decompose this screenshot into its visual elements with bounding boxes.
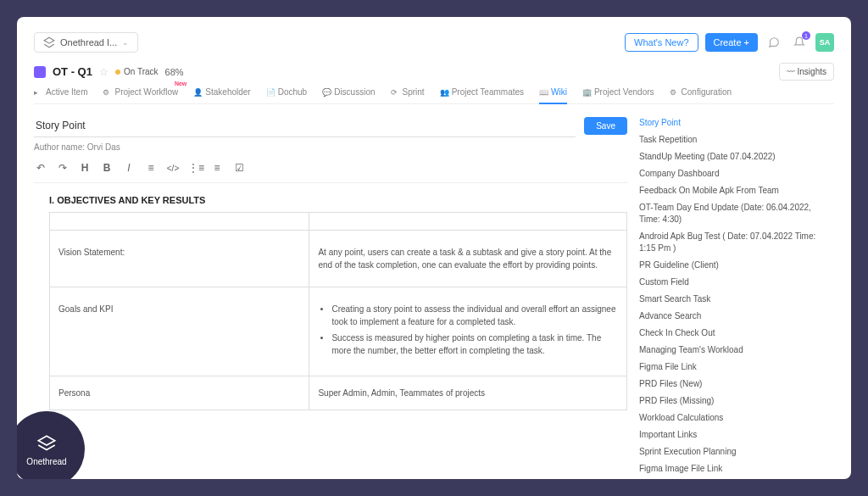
top-right: What's New? Create + 1 SA [625,33,834,52]
tab-label: Dochub [278,87,307,97]
app-window: Onethread I... ⌄ What's New? Create + 1 … [17,17,851,479]
sidebar-item[interactable]: Workload Calculations [639,410,834,426]
tab-icon: ⚙ [103,88,111,97]
table-row: Vision Statement: At any point, users ca… [50,231,627,287]
code-icon[interactable]: </> [166,164,180,173]
tab-label: Stakeholder [205,87,250,97]
sidebar-item[interactable]: StandUp Meeting (Date 07.04.2022) [639,148,834,165]
sidebar-item[interactable]: Smart Search Task [639,291,834,308]
sidebar-item[interactable]: Story Point [639,114,834,131]
chevron-down-icon: ⌄ [122,38,129,47]
table-empty-row [50,213,627,231]
status-dot-icon [115,70,120,75]
create-button[interactable]: Create + [705,33,759,52]
tab-icon: ⚙ [670,88,678,97]
author-name: Orvi Das [87,142,120,152]
sidebar-item[interactable]: PRD Files (New) [639,376,834,393]
insights-icon: 〰 [787,67,795,76]
editor-toolbar: ↶ ↷ H B I ≡ </> ⋮≡ ≡ ☑ [34,159,627,183]
tab-label: Wiki [551,87,567,97]
workspace-name: Onethread I... [60,37,117,47]
tab-icon: ⟳ [391,88,399,97]
tab-icon: 🏢 [582,88,591,97]
italic-icon[interactable]: I [122,162,136,174]
tab-label: Project Vendors [594,87,654,97]
insights-button[interactable]: 〰 Insights [779,63,834,81]
numbered-list-icon[interactable]: ≡ [210,162,224,174]
tab-dochub[interactable]: 📄Dochub [266,87,307,98]
sidebar-item[interactable]: OT-Team Day End Update (Date: 06.04.2022… [639,199,834,228]
row-label[interactable]: Goals and KPI [50,287,309,376]
tab-stakeholder[interactable]: 👤Stakeholder [193,87,250,98]
tab-project-teammates[interactable]: 👥Project Teammates [440,87,524,98]
svg-marker-0 [44,37,54,43]
content-row: Save Author name: Orvi Das ↶ ↷ H B I ≡ <… [34,114,834,479]
redo-icon[interactable]: ↷ [56,162,70,174]
table-row: Persona Super Admin, Admin, Teammates of… [50,376,627,410]
tab-project-vendors[interactable]: 🏢Project Vendors [582,87,654,98]
sidebar-item[interactable]: Important Links [639,426,834,443]
status-pill[interactable]: On Track [115,67,159,76]
sidebar-item[interactable]: Task Repetition [639,131,834,148]
tab-label: Configuration [682,87,732,97]
bullet-item: Success is measured by higher points on … [331,332,618,357]
whats-new-button[interactable]: What's New? [625,33,698,52]
star-icon[interactable]: ☆ [99,66,108,78]
tab-configuration[interactable]: ⚙Configuration [670,87,732,98]
sidebar-item[interactable]: Feedback On Mobile Apk From Team [639,182,834,199]
row-label[interactable]: Vision Statement: [50,231,309,287]
chat-icon[interactable] [765,33,783,52]
title-row: Save [34,114,627,137]
sidebar-item[interactable]: Company Dashboard [639,165,834,182]
sidebar-item[interactable]: PRD Files (Missing) [639,393,834,410]
tab-active-item[interactable]: ▸Active Item [34,87,87,98]
status-label: On Track [124,67,159,76]
quote-icon[interactable]: ≡ [144,162,158,174]
tab-project-workflow[interactable]: ⚙Project WorkflowNew [103,87,178,98]
bullet-item: Creating a story point to assess the ind… [331,303,618,328]
notification-icon[interactable]: 1 [790,33,809,52]
save-button[interactable]: Save [584,117,627,135]
sidebar-item[interactable]: Custom Field [639,274,834,291]
tab-icon: 👥 [440,88,448,97]
sidebar-item[interactable]: Check In Check Out [639,325,834,342]
sidebar-item[interactable]: PR Guideline (Client) [639,257,834,274]
tab-icon: 👤 [193,88,202,97]
project-icon [34,66,46,78]
workspace-selector[interactable]: Onethread I... ⌄ [34,32,138,53]
project-header: OT - Q1 ☆ On Track 68% 〰 Insights [34,63,834,81]
doc-title-input[interactable] [34,114,576,137]
tab-sprint[interactable]: ⟳Sprint [391,87,425,98]
tab-discussion[interactable]: 💬Discussion [322,87,375,98]
sidebar-item[interactable]: Sprint Execution Planning [639,443,834,460]
row-label[interactable]: Persona [50,376,309,410]
avatar[interactable]: SA [815,33,834,52]
row-content[interactable]: Creating a story point to assess the ind… [309,287,627,376]
tab-wiki[interactable]: 📖Wiki [539,87,567,98]
checkbox-icon[interactable]: ☑ [232,162,246,174]
undo-icon[interactable]: ↶ [34,162,47,174]
tab-icon: 📖 [539,88,548,97]
sidebar-item[interactable]: Workflow Management Example [639,477,834,479]
heading-icon[interactable]: H [78,162,92,174]
project-left: OT - Q1 ☆ On Track 68% [34,65,184,78]
wiki-sidebar: Story PointTask RepetitionStandUp Meetin… [639,114,834,479]
insights-label: Insights [798,67,826,76]
section-heading: I. OBJECTIVES AND KEY RESULTS [49,195,627,205]
row-content[interactable]: At any point, users can create a task & … [309,231,627,287]
bold-icon[interactable]: B [100,162,114,174]
sidebar-item[interactable]: Figma Image File Link [639,460,834,477]
sidebar-item[interactable]: Figma File Link [639,359,834,376]
tab-icon: ▸ [34,88,42,97]
tabs-row: ▸Active Item⚙Project WorkflowNew👤Stakeho… [34,87,834,104]
tab-icon: 📄 [266,88,275,97]
bulleted-list-icon[interactable]: ⋮≡ [188,162,202,174]
sidebar-item[interactable]: Android Apk Bug Test ( Date: 07.04.2022 … [639,228,834,257]
new-badge: New [175,81,186,86]
tab-label: Project Workflow [114,87,178,97]
tab-label: Discussion [334,87,375,97]
tab-label: Project Teammates [452,87,524,97]
row-content[interactable]: Super Admin, Admin, Teammates of project… [309,376,627,410]
sidebar-item[interactable]: Advance Search [639,308,834,325]
sidebar-item[interactable]: Managing Team's Workload [639,342,834,359]
